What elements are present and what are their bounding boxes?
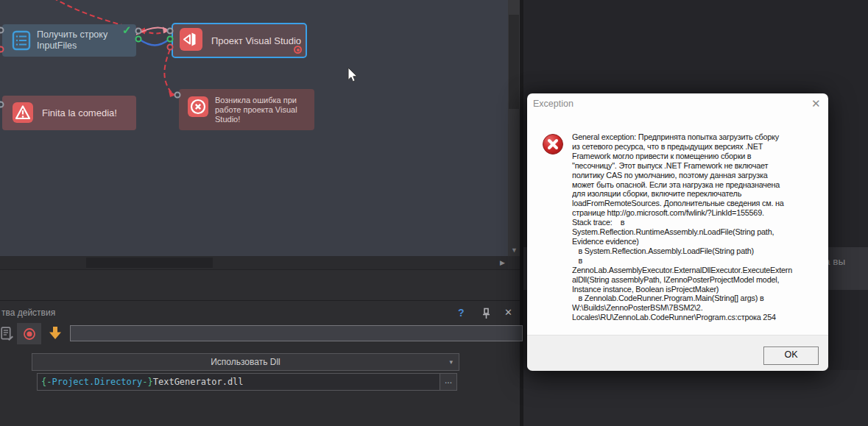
pin-icon[interactable] bbox=[481, 308, 491, 319]
close-panel-icon[interactable]: ✕ bbox=[504, 307, 512, 318]
record-icon bbox=[23, 327, 36, 341]
exception-dialog: Exception ✕ General exception: Предприня… bbox=[527, 93, 828, 370]
warning-triangle-icon bbox=[13, 102, 33, 123]
dll-path-filename: TextGenerator.dll bbox=[153, 377, 244, 387]
action-notes-icon[interactable] bbox=[1, 327, 14, 341]
canvas-toolbar: ⋯ bbox=[0, 269, 520, 301]
node-vs-error[interactable]: Возникла ошибка при работе проекта Visua… bbox=[179, 89, 314, 130]
mouse-cursor bbox=[347, 68, 359, 84]
insert-down-arrow-icon[interactable] bbox=[46, 325, 64, 341]
vertical-scrollbar[interactable]: ▼ bbox=[508, 0, 520, 256]
dialog-title: Exception bbox=[533, 99, 574, 109]
vertical-scrollbar-thumb[interactable] bbox=[509, 15, 519, 109]
properties-panel-body: Использовать Dll ▾ {-Project.Directory-}… bbox=[0, 322, 520, 426]
right-panel-bottom bbox=[523, 370, 868, 426]
node-label: Получить строку InputFiles bbox=[37, 29, 107, 52]
record-button[interactable] bbox=[17, 323, 41, 344]
dialog-message: General exception: Предпринята попытка з… bbox=[572, 132, 825, 335]
scroll-down-arrow[interactable]: ▼ bbox=[511, 247, 518, 254]
ok-button[interactable]: OK bbox=[763, 347, 819, 365]
dll-path-close-brace: -} bbox=[142, 377, 152, 387]
success-check-icon: ✓ bbox=[122, 24, 132, 37]
scroll-right-arrow[interactable]: ▶ bbox=[500, 260, 505, 266]
dll-path-variable: Project.Directory bbox=[52, 377, 142, 387]
action-type-dropdown[interactable]: Использовать Dll ▾ bbox=[32, 353, 459, 371]
error-circle-icon bbox=[188, 96, 208, 117]
list-icon bbox=[12, 30, 31, 51]
node-finita-la-comedia[interactable]: Finita la comedia! bbox=[2, 96, 136, 130]
horizontal-scrollbar-thumb[interactable] bbox=[86, 258, 213, 268]
dialog-close-icon[interactable]: ✕ bbox=[811, 97, 821, 110]
error-indicator-dot bbox=[294, 46, 302, 54]
node-label: Проект Visual Studio bbox=[211, 35, 301, 46]
app-window: Получить строку InputFiles ✓ Проект Visu… bbox=[0, 0, 868, 426]
chevron-down-icon: ▾ bbox=[449, 358, 453, 366]
action-type-dropdown-value: Использовать Dll bbox=[211, 357, 280, 367]
browse-dll-button[interactable]: ... bbox=[440, 373, 457, 391]
horizontal-scrollbar[interactable]: ▶ bbox=[0, 256, 508, 269]
properties-panel-header: тва действия ? ✕ bbox=[0, 300, 520, 323]
dll-path-open-brace: {- bbox=[41, 377, 52, 387]
error-icon bbox=[542, 133, 565, 157]
properties-panel-title: тва действия bbox=[1, 308, 55, 318]
node-get-string-inputfiles[interactable]: Получить строку InputFiles ✓ bbox=[2, 24, 136, 57]
node-visual-studio-project[interactable]: Проект Visual Studio bbox=[172, 23, 307, 58]
node-label: Finita la comedia! bbox=[42, 107, 117, 118]
visual-studio-icon bbox=[180, 28, 202, 51]
action-search-input[interactable] bbox=[70, 325, 523, 341]
dll-path-field[interactable]: {-Project.Directory-}TextGenerator.dll bbox=[37, 373, 441, 391]
node-label: Возникла ошибка при работе проекта Visua… bbox=[215, 96, 297, 124]
help-icon[interactable]: ? bbox=[458, 307, 465, 319]
dialog-footer: OK bbox=[527, 335, 828, 371]
flow-canvas[interactable]: Получить строку InputFiles ✓ Проект Visu… bbox=[0, 0, 508, 256]
